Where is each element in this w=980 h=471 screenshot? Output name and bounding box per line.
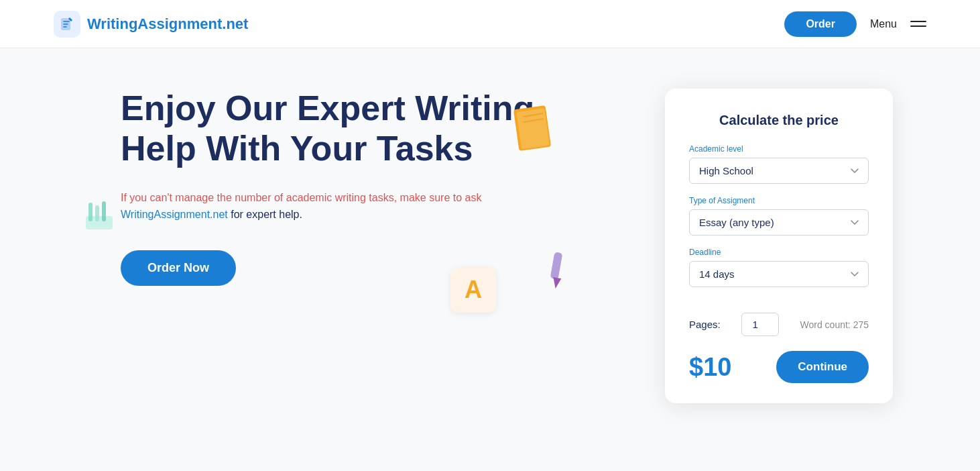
logo-text: WritingAssignment.net bbox=[87, 15, 248, 33]
hamburger-menu[interactable] bbox=[910, 21, 926, 27]
deco-pen-icon bbox=[543, 250, 570, 290]
hero-left: Enjoy Our Expert Writing Help With Your … bbox=[121, 89, 536, 286]
type-label: Type of Assigment bbox=[689, 196, 869, 205]
pages-input[interactable] bbox=[741, 313, 779, 336]
academic-level-select[interactable]: High School Undergraduate Bachelor Maste… bbox=[689, 158, 869, 184]
order-now-button[interactable]: Order Now bbox=[121, 250, 236, 286]
logo-link[interactable]: WritingAssignment.net bbox=[54, 11, 248, 38]
deadline-select[interactable]: 14 days 10 days 7 days 5 days 3 days 48 … bbox=[689, 261, 869, 287]
pages-row: Pages: Word count: 275 bbox=[689, 313, 869, 336]
nav-order-button[interactable]: Order bbox=[784, 11, 857, 37]
hero-subtitle: If you can't manage the number of academ… bbox=[121, 189, 536, 223]
nav-right: Order Menu bbox=[784, 11, 926, 37]
calculator-card: Calculate the price Academic level High … bbox=[665, 89, 893, 403]
subtitle-brand: WritingAssignment.net bbox=[121, 209, 228, 220]
deadline-label: Deadline bbox=[689, 248, 869, 257]
calculator-title: Calculate the price bbox=[689, 113, 869, 128]
subtitle-part2: for expert help. bbox=[228, 209, 302, 220]
deco-book-icon bbox=[509, 102, 556, 156]
svg-rect-6 bbox=[516, 108, 549, 149]
svg-rect-2 bbox=[88, 203, 93, 221]
svg-rect-3 bbox=[95, 205, 99, 221]
svg-marker-10 bbox=[552, 277, 562, 289]
hamburger-line-1 bbox=[910, 21, 926, 22]
svg-rect-9 bbox=[550, 252, 563, 279]
pages-label: Pages: bbox=[689, 319, 721, 330]
hero-section: Enjoy Our Expert Writing Help With Your … bbox=[0, 48, 980, 471]
subtitle-part1: If you can't manage the number of academ… bbox=[121, 192, 481, 203]
menu-label: Menu bbox=[870, 18, 897, 30]
hero-title: Enjoy Our Expert Writing Help With Your … bbox=[121, 89, 536, 169]
deco-letter-a-icon: A bbox=[450, 267, 496, 313]
continue-button[interactable]: Continue bbox=[776, 351, 869, 383]
price-display: $10 bbox=[689, 353, 731, 382]
letter-a-text: A bbox=[465, 276, 482, 304]
type-select[interactable]: Essay (any type) Research Paper Term Pap… bbox=[689, 209, 869, 235]
calculator-bottom: $10 Continue bbox=[689, 351, 869, 383]
svg-rect-4 bbox=[102, 201, 106, 221]
academic-level-label: Academic level bbox=[689, 144, 869, 154]
deco-pencil-tray-icon bbox=[80, 196, 124, 240]
word-count-label: Word count: 275 bbox=[800, 319, 869, 330]
logo-icon bbox=[54, 11, 80, 38]
hamburger-line-2 bbox=[910, 25, 926, 27]
navbar: WritingAssignment.net Order Menu bbox=[0, 0, 980, 48]
